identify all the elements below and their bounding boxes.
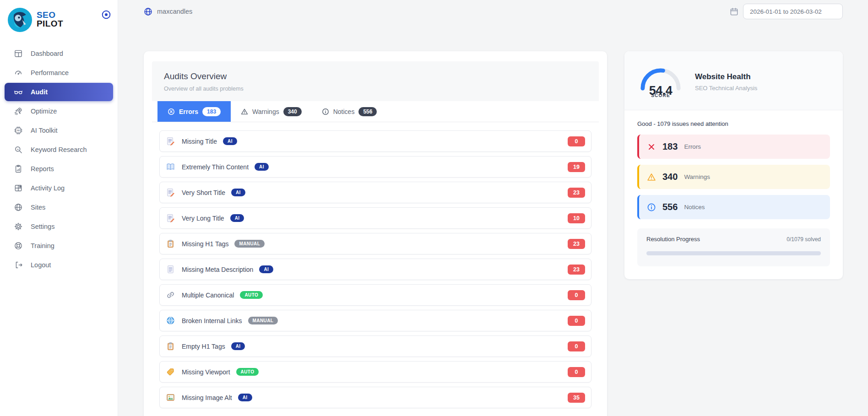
content-area: maxcandles Audits Overview Overview of a… [118,0,868,416]
svg-text:w: w [16,148,19,151]
audit-row-label: Missing H1 Tags [182,240,228,248]
tab-label: Errors [179,108,198,115]
sidebar-item-sites[interactable]: Sites [0,198,118,217]
audit-row-thin-content[interactable]: Extremely Thin Content AI 19 [159,156,591,178]
sidebar-item-label: Dashboard [31,50,63,57]
audit-type-badge: AUTO [236,368,259,376]
gear-icon [14,222,23,231]
sidebar-item-dashboard[interactable]: Dashboard [0,44,118,63]
clipboard-icon [14,164,23,173]
sidebar-item-performance[interactable]: Performance [0,63,118,82]
health-score-value: 54.4 [638,84,683,98]
sidebar-item-audit[interactable]: Audit [5,83,113,101]
audit-row-multiple-canonical[interactable]: Multiple Canonical AUTO 0 [159,284,591,306]
memo-icon [166,214,175,222]
stat-row-errors: 183 Errors [637,135,830,159]
audits-overview-card: Audits Overview Overview of all audits p… [144,51,607,416]
resolution-progress-label: Resolution Progress [646,236,700,243]
tab-label: Notices [333,108,355,115]
brand-line2: PILOT [37,19,63,28]
sidebar-item-optimize[interactable]: Optimize [0,102,118,121]
sidebar: SEO PILOT Dashboard [0,0,118,416]
seo-pilot-logo-icon [8,8,32,32]
stat-row-warnings: 340 Warnings [637,165,830,189]
sidebar-item-training[interactable]: Training [0,236,118,255]
lifebuoy-icon [14,241,23,250]
sidebar-toggle-icon[interactable] [101,10,111,20]
svg-text:AI: AI [17,129,20,132]
site-name: maxcandles [157,8,192,15]
health-title: Website Health [695,72,757,81]
tab-count-badge: 556 [358,107,377,116]
stat-label: Errors [684,143,701,150]
stat-count: 183 [662,141,678,152]
stat-count: 556 [662,202,678,212]
info-circle-icon [322,108,329,115]
audit-row-very-long-title[interactable]: Very Long Title AI 10 [159,207,591,229]
globe-icon [14,203,23,212]
audit-type-badge: AI [255,163,269,171]
page-icon [166,265,175,274]
resolution-progress-track [646,251,821,255]
audit-row-empty-h1[interactable]: Empty H1 Tags AI 0 [159,335,591,357]
site-selector[interactable]: maxcandles [144,7,192,16]
sidebar-item-settings[interactable]: Settings [0,217,118,236]
audit-count-badge: 19 [568,162,585,172]
audit-row-broken-internal-links[interactable]: Broken Internal Links MANUAL 0 [159,310,591,331]
audit-row-very-short-title[interactable]: Very Short Title AI 23 [159,182,591,203]
sidebar-item-ai-toolkit[interactable]: AI AI Toolkit [0,121,118,140]
audit-type-badge: AI [231,342,245,350]
date-range-group [730,4,843,19]
sidebar-item-activity-log[interactable]: Activity Log [0,178,118,198]
audit-count-badge: 23 [568,239,585,249]
health-body: Good - 1079 issues need attention 183 Er… [624,110,843,279]
audit-count-badge: 10 [568,213,585,223]
website-health-card: 54.4 SCORE Website Health SEO Technical … [624,51,843,279]
health-header: 54.4 SCORE Website Health SEO Technical … [624,51,843,110]
audit-type-badge: AI [223,137,237,145]
tag-icon [166,367,175,376]
memo-icon [166,188,175,197]
audit-row-label: Very Long Title [182,215,224,222]
audit-row-label: Empty H1 Tags [182,343,225,350]
sidebar-item-reports[interactable]: Reports [0,159,118,178]
info-circle-icon [647,203,656,212]
brand: SEO PILOT [0,0,118,37]
keyword-magnifier-icon: w [14,145,23,154]
image-icon [166,393,175,402]
brand-line1: SEO [37,11,63,19]
tab-warnings[interactable]: Warnings 340 [231,101,312,122]
dashboard-icon [14,49,23,58]
audit-row-label: Broken Internal Links [182,317,242,324]
sidebar-item-logout[interactable]: Logout [0,255,118,275]
tab-errors[interactable]: Errors 183 [157,101,231,122]
tab-notices[interactable]: Notices 556 [312,101,387,122]
audit-rows: Missing Title AI 0 Extremely Thin Conten… [152,122,599,408]
ai-chip-icon: AI [14,126,23,135]
audit-row-missing-title[interactable]: Missing Title AI 0 [159,130,591,152]
sidebar-item-label: Audit [31,88,48,96]
sidebar-item-label: Activity Log [31,184,65,192]
date-range-input[interactable] [743,4,843,19]
audit-count-badge: 0 [568,136,585,146]
audit-count-badge: 35 [568,393,585,403]
memo-icon [166,137,175,146]
rocket-icon [14,107,23,116]
audit-row-label: Multiple Canonical [182,292,234,299]
audit-type-badge: MANUAL [234,240,265,248]
stat-row-notices: 556 Notices [637,195,830,219]
stat-label: Notices [684,204,705,211]
sidebar-item-label: Optimize [31,108,57,115]
audit-row-missing-image-alt[interactable]: Missing Image Alt AI 35 [159,387,591,408]
sidebar-item-keyword-research[interactable]: w Keyword Research [0,140,118,159]
error-circle-icon [168,108,175,115]
resolution-progress-box: Resolution Progress 0/1079 solved [637,228,830,266]
audit-row-missing-meta-description[interactable]: Missing Meta Description AI 23 [159,259,591,280]
resolution-progress-head: Resolution Progress 0/1079 solved [646,236,821,243]
audits-header: Audits Overview Overview of all audits p… [152,61,599,101]
audit-row-missing-h1[interactable]: Missing H1 Tags MANUAL 23 [159,233,591,254]
performance-icon [14,68,23,77]
error-x-icon [647,142,656,151]
sidebar-item-label: Performance [31,69,69,76]
audit-row-missing-viewport[interactable]: Missing Viewport AUTO 0 [159,361,591,383]
